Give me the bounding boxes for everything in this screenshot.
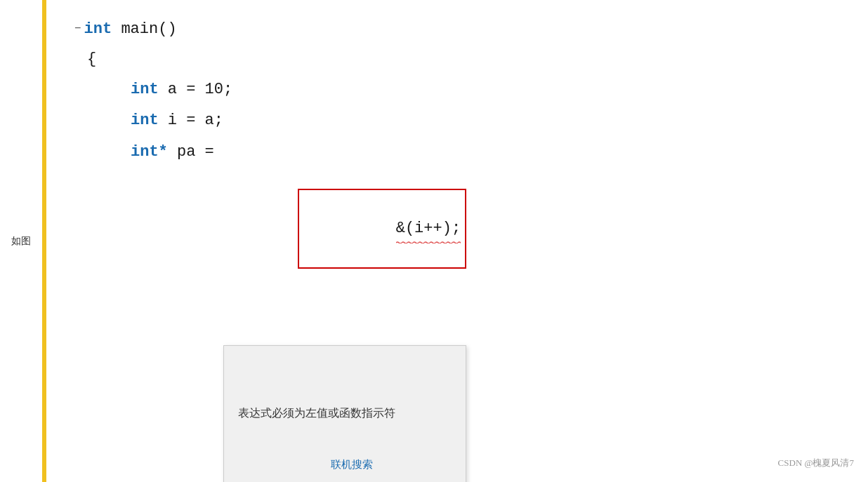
collapse-icon[interactable]: − — [74, 20, 81, 39]
open-brace: { — [87, 47, 96, 72]
code-area: − int main() { int a = 10; int i = a; in… — [46, 0, 868, 482]
error-highlight-box: &(i++); — [298, 189, 466, 269]
watermark: CSDN @槐夏风清7 — [778, 456, 854, 471]
error-code: &(i++); — [396, 216, 461, 241]
error-tooltip: 表达式必须为左值或函数指示符 联机搜索 — [223, 345, 466, 482]
code-line-1: − int main() — [74, 14, 840, 44]
code-line-4: int i = a; — [131, 105, 840, 135]
code-line-5: int* pa = &(i++); 表达式必须为左值或函数指示符 联机搜索 — [131, 135, 840, 482]
keyword-int-i: int — [131, 108, 159, 133]
error-popup-wrapper: &(i++); 表达式必须为左值或函数指示符 联机搜索 — [223, 140, 466, 482]
code-main: main() — [112, 17, 176, 41]
keyword-int-a: int — [131, 77, 159, 102]
label-text: 如图 — [11, 235, 31, 248]
keyword-int-star: int* — [131, 140, 168, 164]
code-a: a = 10; — [159, 77, 233, 102]
main-container: 如图 − int main() { int a = 10; int i = a;… — [0, 0, 868, 482]
code-line-2: { — [74, 44, 840, 74]
keyword-int-main: int — [84, 17, 112, 41]
left-label: 如图 — [0, 0, 42, 482]
code-i: i = a; — [159, 108, 223, 133]
code-line-3: int a = 10; — [131, 74, 840, 105]
code-pa: pa = — [168, 140, 223, 164]
error-message: 表达式必须为左值或函数指示符 — [238, 404, 452, 422]
online-search-link[interactable]: 联机搜索 — [331, 459, 373, 470]
